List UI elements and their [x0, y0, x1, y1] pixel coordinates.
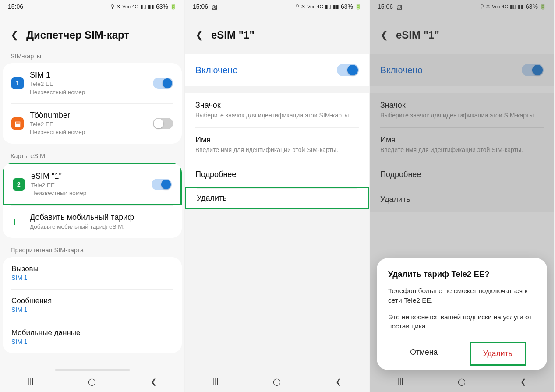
esim-settings-list: Значок Выберите значок для идентификации…: [185, 93, 369, 209]
status-time: 15:06: [8, 3, 23, 10]
confirm-delete-button[interactable]: Удалить: [470, 342, 526, 366]
page-header: ❮ Диспетчер SIM-карт: [0, 13, 184, 50]
pref-calls-title: Вызовы: [11, 264, 173, 274]
pref-data-title: Мобильные данные: [11, 328, 173, 338]
section-label-pref: Приоритетная SIM-карта: [0, 244, 184, 257]
status-icons: ⚲ ✕ Voo 4G ▮▯ ▮▮ 63% 🔋: [295, 3, 361, 10]
dialog-message-1: Телефон больше не сможет подключаться к …: [388, 286, 536, 305]
esim-row-esim1[interactable]: 2 eSIM "1" Tele2 EE Неизвестный номер: [3, 163, 182, 206]
item-more[interactable]: Подробнее: [185, 162, 369, 187]
nav-back-icon[interactable]: ❮: [334, 377, 343, 386]
volte-icon: Voo 4G: [307, 4, 323, 9]
page-header: ❮ eSIM "1": [185, 13, 369, 50]
item-name-title: Имя: [195, 135, 359, 145]
enabled-row[interactable]: Включено: [185, 54, 369, 86]
sim1-name: SIM 1: [30, 70, 148, 80]
sim-row-sim1[interactable]: 1 SIM 1 Tele2 EE Неизвестный номер: [3, 63, 182, 103]
pref-msg-title: Сообщения: [11, 296, 173, 306]
nav-recents-icon[interactable]: |||: [211, 377, 220, 386]
sim2-number: Неизвестный номер: [30, 128, 148, 136]
esim-carrier: Tele2 EE: [31, 181, 147, 189]
screen-esim-delete-dialog: 15:06 ▧ ⚲ ✕ Voo 4G ▮▯ ▮▮ 63% 🔋 ❮ eSIM "1…: [370, 0, 555, 392]
page-title: Диспетчер SIM-карт: [26, 29, 129, 41]
delete-confirm-dialog: Удалить тариф Tele2 EE? Телефон больше н…: [377, 258, 547, 370]
battery-label: 63%: [156, 3, 168, 10]
status-icons: ⚲ ✕ Voo 4G ▮▯ ▮▮ 63% 🔋: [110, 3, 177, 10]
item-delete-title: Удалить: [197, 194, 357, 203]
esim-number: Неизвестный номер: [31, 189, 147, 197]
item-icon[interactable]: Значок Выберите значок для идентификации…: [185, 93, 369, 127]
sim-card-group: 1 SIM 1 Tele2 EE Неизвестный номер ▤ Töö…: [3, 63, 182, 144]
item-delete[interactable]: Удалить: [185, 187, 369, 209]
nav-home-icon[interactable]: ◯: [87, 377, 97, 386]
sim2-carrier: Tele2 EE: [30, 120, 148, 128]
enabled-label: Включено: [195, 65, 238, 75]
mute-icon: ✕: [116, 4, 120, 10]
sim2-name: Töönumber: [30, 110, 148, 120]
volte-icon: Voo 4G: [122, 4, 138, 9]
nav-bar: ||| ◯ ❮: [370, 371, 554, 392]
esim-name: eSIM "1": [31, 171, 147, 181]
item-name[interactable]: Имя Введите имя для идентификации этой S…: [185, 127, 369, 162]
add-plan-sub: Добавьте мобильный тариф eSIM.: [30, 223, 173, 231]
battery-icon: 🔋: [355, 4, 361, 10]
esim-toggle[interactable]: [152, 179, 172, 190]
nav-recents-icon[interactable]: |||: [26, 377, 35, 386]
back-icon[interactable]: ❮: [195, 30, 203, 40]
cancel-button[interactable]: Отмена: [398, 342, 450, 366]
nav-bar: ||| ◯ ❮: [185, 371, 369, 392]
nav-back-icon[interactable]: ❮: [149, 377, 159, 386]
item-icon-title: Значок: [195, 101, 359, 110]
add-plan-title: Добавить мобильный тариф: [30, 212, 173, 222]
nav-recents-icon[interactable]: |||: [396, 377, 405, 386]
battery-icon: 🔋: [170, 4, 177, 10]
mute-icon: ✕: [301, 4, 305, 10]
add-plan-row[interactable]: + Добавить мобильный тариф Добавьте моби…: [3, 205, 182, 238]
esim-badge-icon: 2: [13, 178, 25, 191]
pref-data-value: SIM 1: [11, 338, 173, 346]
screen-esim-detail: 15:06 ▧ ⚲ ✕ Voo 4G ▮▯ ▮▮ 63% 🔋 ❮ eSIM "1…: [185, 0, 370, 392]
sim1-toggle[interactable]: [153, 78, 173, 89]
page-title: eSIM "1": [211, 29, 255, 41]
bluetooth-icon: ⚲: [110, 4, 114, 10]
status-time: 15:06: [193, 3, 208, 10]
dialog-message-2: Это не коснется вашей подписки на услуги…: [388, 312, 536, 331]
pref-row-messages[interactable]: Сообщения SIM 1: [3, 289, 182, 321]
item-icon-desc: Выберите значок для идентификации этой S…: [195, 111, 359, 120]
item-name-desc: Введите имя для идентификации этой SIM-к…: [195, 146, 359, 154]
pref-row-calls[interactable]: Вызовы SIM 1: [3, 257, 182, 289]
screen-sim-manager: 15:06 ⚲ ✕ Voo 4G ▮▯ ▮▮ 63% 🔋 ❮ Диспетчер…: [0, 0, 185, 392]
bluetooth-icon: ⚲: [295, 4, 299, 10]
section-label-sim: SIM-карты: [0, 50, 184, 63]
status-bar: 15:06 ▧ ⚲ ✕ Voo 4G ▮▯ ▮▮ 63% 🔋: [185, 0, 369, 13]
nav-home-icon[interactable]: ◯: [457, 377, 467, 386]
sim1-number: Неизвестный номер: [30, 88, 148, 96]
sim-row-sim2[interactable]: ▤ Töönumber Tele2 EE Неизвестный номер: [3, 103, 182, 144]
status-bar: 15:06 ⚲ ✕ Voo 4G ▮▯ ▮▮ 63% 🔋: [0, 0, 184, 13]
nav-bar: ||| ◯ ❮: [0, 371, 184, 392]
pref-calls-value: SIM 1: [11, 274, 173, 282]
signal-icon: ▮▯: [325, 4, 331, 10]
screenshot-icon: ▧: [212, 3, 217, 10]
sim2-badge-icon: ▤: [11, 117, 24, 130]
signal-icon: ▮▯: [140, 4, 146, 10]
enabled-toggle[interactable]: [337, 64, 359, 76]
nav-home-icon[interactable]: ◯: [272, 377, 282, 386]
pref-row-data[interactable]: Мобильные данные SIM 1: [3, 321, 182, 353]
battery-label: 63%: [341, 3, 353, 10]
section-label-esim: Карты eSIM: [0, 150, 184, 163]
sim1-badge-icon: 1: [11, 77, 24, 89]
item-more-title: Подробнее: [195, 170, 359, 179]
sim1-carrier: Tele2 EE: [30, 80, 148, 88]
back-icon[interactable]: ❮: [11, 30, 18, 40]
signal-icon-2: ▮▮: [333, 4, 339, 10]
dialog-title: Удалить тариф Tele2 EE?: [388, 269, 536, 279]
plus-icon: +: [11, 215, 18, 229]
pref-msg-value: SIM 1: [11, 306, 173, 314]
esim-card-group: 2 eSIM "1" Tele2 EE Неизвестный номер + …: [3, 163, 182, 238]
nav-back-icon[interactable]: ❮: [519, 377, 528, 386]
signal-icon-2: ▮▮: [148, 4, 154, 10]
pref-card-group: Вызовы SIM 1 Сообщения SIM 1 Мобильные д…: [3, 257, 182, 353]
sim2-toggle[interactable]: [153, 118, 173, 129]
dialog-button-row: Отмена Удалить: [388, 338, 536, 366]
